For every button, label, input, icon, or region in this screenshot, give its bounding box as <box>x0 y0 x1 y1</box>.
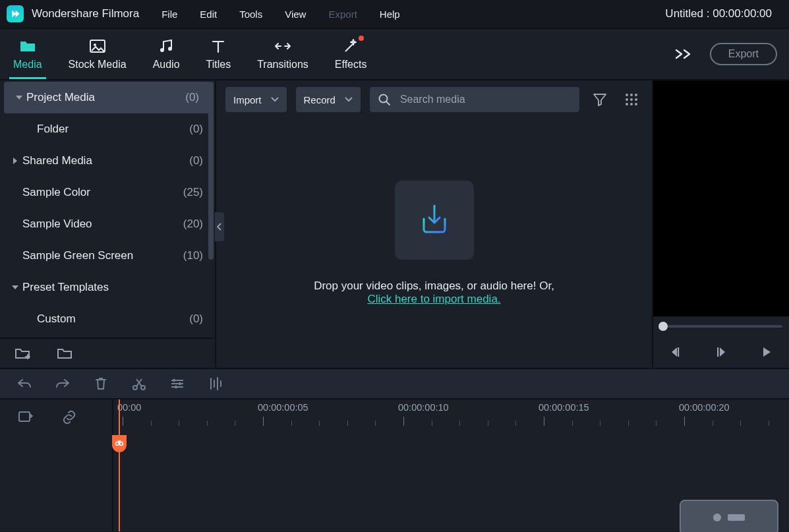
tree-count: (0) <box>189 154 207 167</box>
svg-point-6 <box>630 94 633 96</box>
tab-effects[interactable]: Effects <box>322 29 380 79</box>
tree-item-shared-media[interactable]: Shared Media(0) <box>0 145 215 177</box>
more-tabs-icon[interactable] <box>674 47 693 61</box>
media-panel: Import Record <box>216 80 652 368</box>
svg-point-1 <box>94 44 96 46</box>
grid-view-icon[interactable] <box>620 88 643 111</box>
add-track-icon[interactable] <box>16 407 36 427</box>
ruler-label: 00:00:00:15 <box>539 402 589 413</box>
placeholder-clip[interactable] <box>680 500 778 532</box>
project-sep: : <box>707 7 713 20</box>
adjust-icon[interactable] <box>167 374 187 394</box>
tab-transitions[interactable]: Transitions <box>244 29 322 79</box>
tree-item-preset-templates[interactable]: Preset Templates <box>0 272 215 303</box>
svg-point-10 <box>635 98 637 101</box>
split-button[interactable] <box>129 374 149 394</box>
tab-label: Titles <box>206 59 231 71</box>
drop-line1: Drop your video clips, images, or audio … <box>314 280 554 292</box>
tree-count: (0) <box>189 123 207 136</box>
step-forward-button[interactable] <box>710 341 732 363</box>
search-media[interactable] <box>370 87 579 112</box>
import-label: Import <box>233 94 262 105</box>
ruler-label: 00:00 <box>117 402 141 413</box>
tree-item-custom[interactable]: Custom(0) <box>0 303 215 335</box>
timeline: 00:0000:00:00:0500:00:00:1000:00:00:1500… <box>0 399 789 531</box>
project-info: Untitled : 00:00:00:00 <box>665 7 782 20</box>
sidebar-footer <box>0 338 215 368</box>
preview-seek[interactable] <box>653 316 789 336</box>
tab-audio[interactable]: Audio <box>140 29 193 79</box>
redo-button[interactable] <box>53 374 73 394</box>
svg-point-7 <box>635 94 637 96</box>
tab-media[interactable]: Media <box>0 29 55 79</box>
tree-item-sample-color[interactable]: Sample Color(25) <box>0 177 215 208</box>
seek-thumb[interactable] <box>658 322 668 331</box>
tab-label: Media <box>13 59 42 71</box>
tab-stock[interactable]: Stock Media <box>55 29 140 79</box>
audio-mixer-icon[interactable] <box>206 374 225 394</box>
tree-label: Sample Green Screen <box>22 249 183 262</box>
expand-icon <box>12 94 26 101</box>
menu-tools[interactable]: Tools <box>237 5 265 24</box>
svg-point-9 <box>630 98 633 101</box>
filter-icon[interactable] <box>589 88 611 111</box>
menu-help[interactable]: Help <box>377 5 403 24</box>
panel-tabs: MediaStock MediaAudioTitlesTransitionsEf… <box>0 29 789 80</box>
tree-label: Shared Media <box>22 154 189 167</box>
tree-label: Custom <box>37 312 189 326</box>
svg-point-12 <box>630 103 633 105</box>
import-dropdown[interactable]: Import <box>225 87 287 112</box>
delete-button[interactable] <box>91 374 111 394</box>
new-folder-icon[interactable] <box>12 343 34 363</box>
tab-label: Effects <box>335 59 367 71</box>
svg-rect-21 <box>19 412 30 421</box>
search-icon <box>378 93 391 106</box>
seek-track[interactable] <box>660 325 782 328</box>
ruler-label: 00:00:00:05 <box>258 402 308 413</box>
menu-file[interactable]: File <box>159 5 180 24</box>
playhead[interactable] <box>119 399 120 531</box>
svg-point-2 <box>160 48 164 52</box>
media-drop-zone[interactable]: Drop your video clips, images, or audio … <box>216 119 652 368</box>
svg-point-18 <box>173 379 175 382</box>
sidebar-scrollbar[interactable] <box>208 82 214 260</box>
undo-button[interactable] <box>15 374 34 394</box>
timeline-toolbar <box>0 368 789 399</box>
app-logo <box>7 5 24 22</box>
menu-edit[interactable]: Edit <box>197 5 219 24</box>
tree-item-sample-video[interactable]: Sample Video(20) <box>0 208 215 240</box>
ruler-label: 00:00:00:10 <box>398 402 449 413</box>
main-menu: FileEditToolsViewExportHelp <box>159 5 403 24</box>
svg-point-8 <box>626 98 628 101</box>
import-link[interactable]: Click here to import media. <box>367 293 500 305</box>
chevron-down-icon <box>271 97 279 102</box>
tree-label: Project Media <box>26 91 185 104</box>
tree-count: (20) <box>183 218 207 231</box>
tree-item-sample-green-screen[interactable]: Sample Green Screen(10) <box>0 240 215 272</box>
svg-rect-15 <box>717 347 718 357</box>
tab-label: Transitions <box>257 59 308 71</box>
search-input[interactable] <box>399 93 571 106</box>
expand-icon <box>8 284 22 291</box>
menu-view[interactable]: View <box>282 5 308 24</box>
menu-export: Export <box>326 5 359 24</box>
ruler-label: 00:00:00:20 <box>679 402 730 413</box>
tree-item-folder[interactable]: Folder(0) <box>0 113 215 145</box>
record-dropdown[interactable]: Record <box>296 87 361 112</box>
media-sidebar: Project Media(0)Folder(0)Shared Media(0)… <box>0 80 216 368</box>
step-back-button[interactable] <box>664 341 687 363</box>
svg-point-20 <box>175 386 177 388</box>
music-icon <box>158 38 174 55</box>
link-icon[interactable] <box>59 407 79 427</box>
tree-count: (25) <box>183 186 207 199</box>
timeline-ruler[interactable]: 00:0000:00:00:0500:00:00:1000:00:00:1500… <box>113 399 789 434</box>
transition-icon <box>274 38 291 55</box>
export-button[interactable]: Export <box>710 43 777 65</box>
folder-icon[interactable] <box>54 343 76 363</box>
tab-titles[interactable]: Titles <box>193 29 245 79</box>
tree-item-project-media[interactable]: Project Media(0) <box>4 82 211 113</box>
playhead-grip[interactable] <box>112 435 127 452</box>
sidebar-collapse-handle[interactable] <box>215 212 224 241</box>
play-button[interactable] <box>755 341 778 363</box>
import-tile[interactable] <box>395 181 474 260</box>
